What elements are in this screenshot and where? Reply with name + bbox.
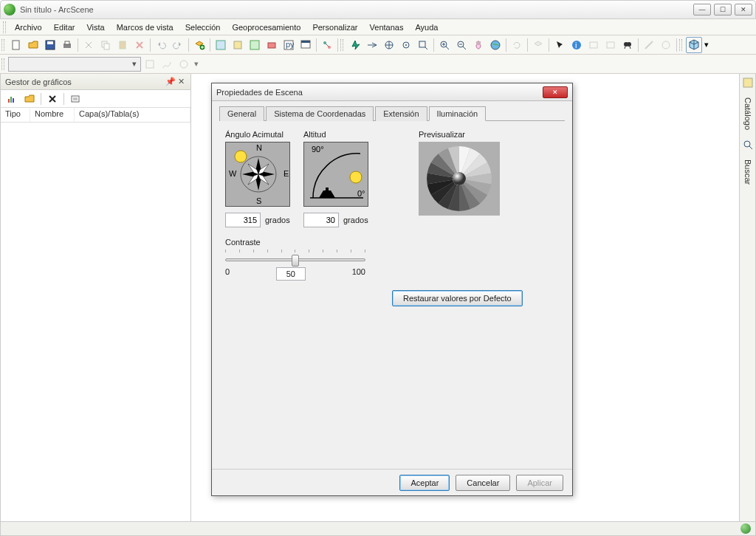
search-icon[interactable] bbox=[247, 37, 263, 53]
tab-iluminacion[interactable]: Iluminación bbox=[429, 106, 487, 121]
add-data-icon[interactable] bbox=[191, 37, 207, 53]
zoom-out-icon[interactable] bbox=[453, 37, 470, 53]
col-tipo[interactable]: Tipo bbox=[1, 108, 30, 122]
search-dock-icon[interactable] bbox=[742, 139, 754, 151]
preview-group: Previsualizar bbox=[419, 130, 500, 227]
save-icon[interactable] bbox=[42, 37, 58, 53]
catalog-dock-icon[interactable] bbox=[742, 77, 754, 89]
cancel-button[interactable]: Cancelar bbox=[456, 475, 510, 491]
pointer-icon[interactable] bbox=[551, 37, 568, 53]
model-icon[interactable] bbox=[319, 37, 335, 53]
toolbox-icon[interactable] bbox=[264, 37, 280, 53]
grip-icon bbox=[1, 39, 4, 51]
svg-rect-12 bbox=[268, 43, 275, 48]
tab-extension[interactable]: Extensión bbox=[375, 106, 427, 121]
print-icon[interactable] bbox=[59, 37, 75, 53]
python-icon[interactable]: py bbox=[281, 37, 297, 53]
center-icon[interactable] bbox=[381, 37, 397, 53]
properties-icon[interactable] bbox=[67, 91, 83, 107]
restore-defaults-button[interactable]: Restaurar valores por Defecto bbox=[392, 290, 523, 306]
zoom-in-icon[interactable] bbox=[436, 37, 453, 53]
altitude-input[interactable] bbox=[303, 213, 339, 227]
html-icon[interactable] bbox=[602, 37, 619, 53]
identify-icon[interactable]: i bbox=[568, 37, 585, 53]
source-icon[interactable] bbox=[142, 56, 158, 72]
open-chart-icon[interactable] bbox=[21, 91, 38, 107]
new-icon[interactable] bbox=[8, 37, 24, 53]
paste-icon[interactable] bbox=[114, 37, 131, 53]
menu-personalizar[interactable]: Personalizar bbox=[306, 21, 363, 33]
close-button[interactable]: ✕ bbox=[735, 4, 752, 16]
contrast-slider[interactable] bbox=[225, 258, 365, 261]
cut-icon[interactable] bbox=[80, 37, 97, 53]
menu-vista[interactable]: Vista bbox=[80, 21, 110, 33]
refresh-icon[interactable] bbox=[509, 37, 525, 53]
window-title: Sin título - ArcScene bbox=[20, 5, 693, 14]
menu-seleccion[interactable]: Selección bbox=[179, 21, 227, 33]
layer-combo[interactable]: ▾ bbox=[8, 57, 141, 72]
svg-point-34 bbox=[180, 61, 188, 68]
redo-icon[interactable] bbox=[170, 37, 186, 53]
svg-marker-43 bbox=[255, 174, 261, 190]
delete-chart-icon[interactable] bbox=[44, 91, 61, 107]
layer-icon[interactable] bbox=[530, 37, 546, 53]
contrast-value[interactable]: 50 bbox=[276, 267, 306, 281]
zoom-target-icon[interactable] bbox=[398, 37, 414, 53]
dropdown-icon[interactable]: ▾ bbox=[703, 37, 710, 53]
measure-icon[interactable] bbox=[641, 37, 657, 53]
barrier-icon[interactable] bbox=[176, 56, 192, 72]
svg-point-24 bbox=[458, 41, 464, 47]
svg-point-20 bbox=[403, 42, 409, 48]
svg-point-18 bbox=[328, 46, 331, 49]
tab-general[interactable]: General bbox=[219, 106, 264, 121]
dropdown-icon[interactable]: ▾ bbox=[193, 56, 200, 72]
menu-ayuda[interactable]: Ayuda bbox=[409, 21, 444, 33]
undo-icon[interactable] bbox=[153, 37, 169, 53]
catalog-icon[interactable] bbox=[230, 37, 246, 53]
route-icon[interactable] bbox=[159, 56, 175, 72]
copy-icon[interactable] bbox=[97, 37, 114, 53]
pan-icon[interactable] bbox=[470, 37, 487, 53]
dialog-title: Propiedades de Escena bbox=[216, 88, 543, 97]
delete-icon[interactable] bbox=[131, 37, 148, 53]
time-icon[interactable] bbox=[658, 37, 674, 53]
altitude-unit: grados bbox=[343, 216, 368, 224]
cube-icon[interactable] bbox=[686, 37, 702, 53]
hyperlink-icon[interactable] bbox=[585, 37, 602, 53]
fly-icon[interactable] bbox=[364, 37, 380, 53]
maximize-button[interactable]: ☐ bbox=[714, 4, 732, 16]
slider-thumb[interactable] bbox=[292, 255, 299, 267]
dialog-titlebar[interactable]: Propiedades de Escena ✕ bbox=[212, 83, 572, 101]
col-capas[interactable]: Capa(s)/Tabla(s) bbox=[75, 108, 190, 122]
altitude-arc[interactable]: 90° 0° bbox=[303, 142, 368, 207]
grip-icon bbox=[3, 21, 6, 33]
catalog-dock-tab[interactable]: Catálogo bbox=[743, 96, 752, 131]
svg-text:E: E bbox=[284, 169, 289, 178]
open-icon[interactable] bbox=[25, 37, 41, 53]
zoom-box-icon[interactable] bbox=[415, 37, 431, 53]
chart-icon[interactable] bbox=[4, 91, 20, 107]
azimuth-input[interactable] bbox=[225, 213, 261, 227]
menu-editar[interactable]: Editar bbox=[48, 21, 81, 33]
ok-button[interactable]: Aceptar bbox=[399, 475, 450, 491]
tab-coordenadas[interactable]: Sistema de Coordenadas bbox=[266, 106, 374, 121]
menu-marcos[interactable]: Marcos de vista bbox=[111, 21, 179, 33]
pin-icon[interactable]: 📌 bbox=[165, 77, 176, 86]
col-nombre[interactable]: Nombre bbox=[30, 108, 75, 122]
find-icon[interactable] bbox=[619, 37, 636, 53]
slider-ticks bbox=[225, 250, 365, 252]
dialog-close-button[interactable]: ✕ bbox=[543, 86, 568, 98]
menu-archivo[interactable]: Archivo bbox=[9, 21, 48, 33]
menu-ventanas[interactable]: Ventanas bbox=[364, 21, 410, 33]
grip-icon bbox=[679, 39, 682, 51]
toc-icon[interactable] bbox=[213, 37, 229, 53]
navigate-icon[interactable] bbox=[347, 37, 363, 53]
minimize-button[interactable]: — bbox=[693, 4, 711, 16]
full-extent-icon[interactable] bbox=[487, 37, 504, 53]
azimuth-compass[interactable]: N E S W bbox=[225, 142, 290, 207]
search-dock-tab[interactable]: Buscar bbox=[743, 158, 752, 186]
panel-close-icon[interactable]: ✕ bbox=[176, 77, 186, 86]
apply-button[interactable]: Aplicar bbox=[516, 475, 563, 491]
window-icon[interactable] bbox=[298, 37, 314, 53]
menu-geoprocesamiento[interactable]: Geoprocesamiento bbox=[226, 21, 306, 33]
